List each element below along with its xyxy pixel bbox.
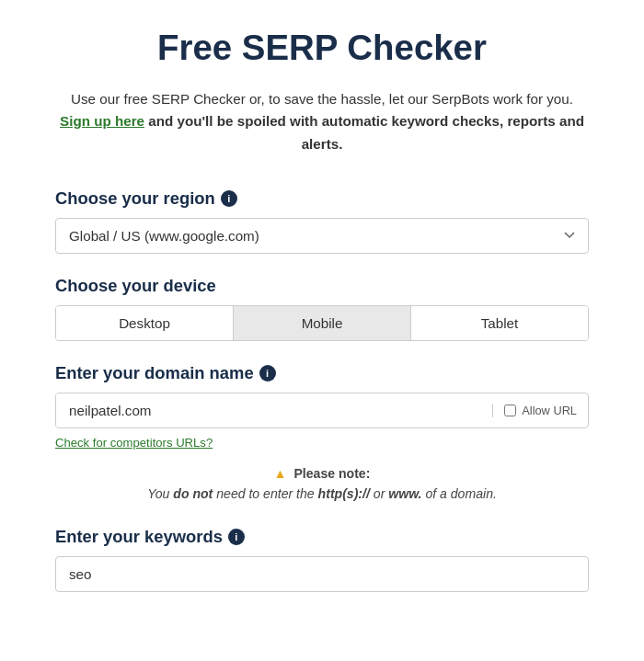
domain-info-icon[interactable]: i — [259, 365, 276, 382]
keywords-input-wrapper — [55, 556, 589, 592]
note-www: www. — [388, 486, 421, 501]
region-label: Choose your region i — [55, 188, 589, 209]
note-http: http(s):// — [318, 486, 370, 501]
allow-url-section: Allow URL — [492, 404, 588, 417]
check-competitors-link[interactable]: Check for competitors URLs? — [55, 436, 213, 450]
device-label: Choose your device — [55, 276, 589, 296]
domain-section: Enter your domain name i Allow URL Check… — [55, 363, 589, 505]
keywords-section: Enter your keywords i — [55, 527, 589, 592]
signup-link[interactable]: Sign up here — [60, 113, 144, 129]
device-tabs: Desktop Mobile Tablet — [55, 305, 589, 341]
region-select[interactable]: Global / US (www.google.com) — [55, 218, 589, 254]
note-box: ▲ Please note: You do not need to enter … — [55, 463, 589, 505]
subtitle-text: Use our free SERP Checker or, to save th… — [71, 91, 573, 107]
tab-desktop[interactable]: Desktop — [56, 306, 234, 340]
note-label: Please note: — [293, 466, 370, 481]
device-section: Choose your device Desktop Mobile Tablet — [55, 276, 589, 341]
allow-url-label: Allow URL — [522, 404, 577, 417]
tab-tablet[interactable]: Tablet — [411, 306, 588, 340]
warning-icon: ▲ — [274, 466, 287, 481]
note-do-not: do not — [173, 486, 213, 501]
allow-url-checkbox[interactable] — [504, 405, 516, 416]
keywords-info-icon[interactable]: i — [228, 529, 245, 545]
page-title: Free SERP Checker — [55, 28, 589, 68]
keywords-input[interactable] — [69, 566, 575, 582]
subtitle: Use our free SERP Checker or, to save th… — [55, 88, 589, 155]
region-info-icon[interactable]: i — [221, 190, 237, 207]
domain-label: Enter your domain name i — [55, 363, 589, 383]
keywords-label: Enter your keywords i — [55, 527, 589, 547]
tab-mobile[interactable]: Mobile — [234, 306, 411, 340]
region-section: Choose your region i Global / US (www.go… — [55, 188, 589, 254]
subtitle-suffix: and you'll be spoiled with automatic key… — [144, 113, 584, 151]
domain-input[interactable] — [56, 393, 492, 427]
note-body: You do not need to enter the http(s):// … — [147, 486, 497, 501]
domain-input-wrapper: Allow URL — [55, 393, 589, 428]
